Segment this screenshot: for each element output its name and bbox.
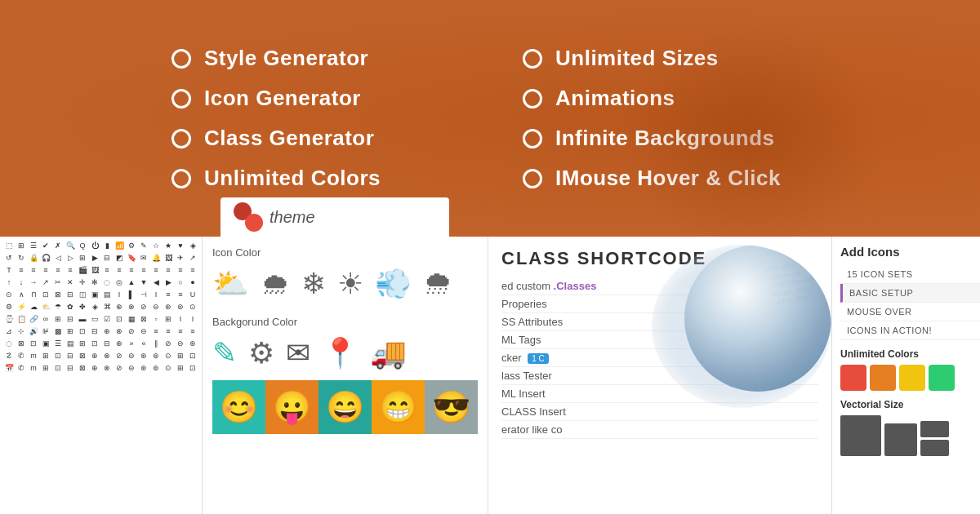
icon-cell[interactable]: m xyxy=(28,362,39,374)
icon-cell[interactable]: 📶 xyxy=(114,240,125,251)
icon-cell[interactable]: ⊚ xyxy=(150,350,162,361)
happy-icon[interactable]: 😄 xyxy=(318,380,372,434)
color-red[interactable] xyxy=(840,365,866,391)
icon-cell[interactable]: ≡ xyxy=(16,264,27,276)
icon-cell[interactable]: ◈ xyxy=(187,240,198,251)
gear-icon[interactable]: ⚙ xyxy=(248,336,274,370)
icon-cell[interactable]: 🎬 xyxy=(77,264,88,276)
cool-icon[interactable]: 😎 xyxy=(425,380,478,434)
icon-cell[interactable]: ✆ xyxy=(16,362,27,374)
icon-cell[interactable]: ▩ xyxy=(52,326,64,337)
icon-cell[interactable]: ✿ xyxy=(65,301,76,312)
icon-cell[interactable]: ⚡ xyxy=(16,301,27,312)
icon-cell[interactable]: ⊞ xyxy=(175,350,186,361)
icon-cell[interactable]: ≡ xyxy=(126,264,137,276)
icon-cell[interactable]: ≡ xyxy=(187,326,198,337)
icon-cell[interactable]: ⊡ xyxy=(89,338,100,349)
icon-cell[interactable]: ⊟ xyxy=(65,362,76,374)
icon-cell[interactable]: 🎧 xyxy=(40,252,51,264)
icon-cell[interactable]: I xyxy=(114,289,125,300)
icon-cell[interactable]: ✉ xyxy=(138,252,149,264)
color-yellow[interactable] xyxy=(899,365,925,391)
icon-cell[interactable]: ▦ xyxy=(126,313,137,325)
icon-cell[interactable]: ✂ xyxy=(52,277,64,288)
icon-cell[interactable]: ≡ xyxy=(28,264,39,276)
color-green[interactable] xyxy=(929,365,955,391)
icon-cell[interactable]: ∞ xyxy=(40,313,51,325)
icon-cell[interactable]: ▷ xyxy=(65,252,76,264)
icon-cell[interactable]: ○ xyxy=(175,277,186,288)
icon-cell[interactable]: ⊚ xyxy=(150,362,162,374)
icon-cell[interactable]: ⊙ xyxy=(163,350,174,361)
icon-cell[interactable]: 🔒 xyxy=(28,252,39,264)
icon-cell[interactable]: « xyxy=(138,338,149,349)
menu-item-mouse-over[interactable]: MOUSE OVER xyxy=(840,303,980,321)
icon-cell[interactable]: ⊗ xyxy=(101,350,113,361)
icon-cell[interactable]: Q xyxy=(77,240,88,251)
icon-cell[interactable]: ⊠ xyxy=(77,362,88,374)
icon-cell[interactable]: ▶ xyxy=(163,277,174,288)
icon-cell[interactable]: ★ xyxy=(163,240,174,251)
icon-cell[interactable]: ⊘ xyxy=(114,362,125,374)
icon-cell[interactable]: ⊕ xyxy=(89,350,100,361)
icon-cell[interactable]: ⊞ xyxy=(52,313,64,325)
icon-cell[interactable]: ≡ xyxy=(138,264,149,276)
icon-cell[interactable]: ≡ xyxy=(163,264,174,276)
icon-cell[interactable]: ▌ xyxy=(126,289,137,300)
icon-cell[interactable]: ☁ xyxy=(28,301,39,312)
icon-cell[interactable]: ⊡ xyxy=(187,350,198,361)
icon-cell[interactable]: T xyxy=(3,264,15,276)
icon-cell[interactable]: ⛅ xyxy=(40,301,51,312)
icon-cell[interactable]: ⊡ xyxy=(40,289,51,300)
icon-cell[interactable]: I xyxy=(150,289,162,300)
icon-cell[interactable]: ∥ xyxy=(150,338,162,349)
icon-cell[interactable]: ☆ xyxy=(150,240,162,251)
icon-cell[interactable]: ⊞ xyxy=(77,252,88,264)
icon-cell[interactable]: ≡ xyxy=(163,326,174,337)
icon-cell[interactable]: ⊞ xyxy=(16,240,27,251)
size-small-top[interactable] xyxy=(920,421,949,437)
icon-cell[interactable]: ☰ xyxy=(52,338,64,349)
icon-cell[interactable]: ⊙ xyxy=(3,289,15,300)
icon-cell[interactable]: ◎ xyxy=(114,277,125,288)
icon-cell[interactable]: ⊖ xyxy=(138,326,149,337)
icon-cell[interactable]: ◫ xyxy=(77,289,88,300)
icon-cell[interactable]: ⊠ xyxy=(77,350,88,361)
icon-cell[interactable]: ⊡ xyxy=(52,350,64,361)
icon-cell[interactable]: ✕ xyxy=(65,277,76,288)
icon-cell[interactable]: ⊞ xyxy=(77,338,88,349)
snow-icon[interactable]: ❄ xyxy=(301,267,326,301)
icon-cell[interactable]: ↺ xyxy=(3,252,15,264)
heavy-rain-icon[interactable]: 🌨 xyxy=(423,267,452,301)
icon-cell[interactable]: 🖼 xyxy=(89,264,100,276)
menu-item-icons-in-action[interactable]: ICONS IN ACTION! xyxy=(840,321,980,340)
icon-cell[interactable]: ⊞ xyxy=(40,362,51,374)
icon-cell[interactable]: ⊙ xyxy=(163,362,174,374)
icon-cell[interactable]: 🔍 xyxy=(65,240,76,251)
icon-cell[interactable]: ◁ xyxy=(52,252,64,264)
icon-cell[interactable]: ⊟ xyxy=(89,326,100,337)
icon-cell[interactable]: ↑ xyxy=(3,277,15,288)
icon-cell[interactable]: ⊟ xyxy=(65,289,76,300)
icon-cell[interactable]: ⊟ xyxy=(101,252,113,264)
icon-cell[interactable]: ⊡ xyxy=(28,338,39,349)
icon-cell[interactable]: ● xyxy=(187,277,198,288)
icon-cell[interactable]: ⊕ xyxy=(101,326,113,337)
icon-cell[interactable]: m xyxy=(28,350,39,361)
sunny-icon[interactable]: ☀ xyxy=(337,267,363,301)
icon-cell[interactable]: ≡ xyxy=(65,264,76,276)
icon-cell[interactable]: ⊞ xyxy=(65,326,76,337)
icon-cell[interactable]: ≡ xyxy=(40,264,51,276)
cloud-rain-icon[interactable]: 🌧 xyxy=(261,267,290,301)
icon-cell[interactable]: I xyxy=(175,313,186,325)
icon-cell[interactable]: ☂ xyxy=(52,301,64,312)
icon-cell[interactable]: ♥ xyxy=(175,240,186,251)
icon-cell[interactable]: ⊠ xyxy=(52,289,64,300)
pencil-icon[interactable]: ✎ xyxy=(212,336,237,370)
icon-cell[interactable]: ⊗ xyxy=(126,301,137,312)
icon-cell[interactable]: ⊗ xyxy=(101,362,113,374)
icon-cell[interactable]: ⌘ xyxy=(101,301,113,312)
partly-cloudy-icon[interactable]: ⛅ xyxy=(212,267,249,301)
icon-cell[interactable]: ⊡ xyxy=(187,362,198,374)
icon-cell[interactable]: ⊹ xyxy=(16,326,27,337)
